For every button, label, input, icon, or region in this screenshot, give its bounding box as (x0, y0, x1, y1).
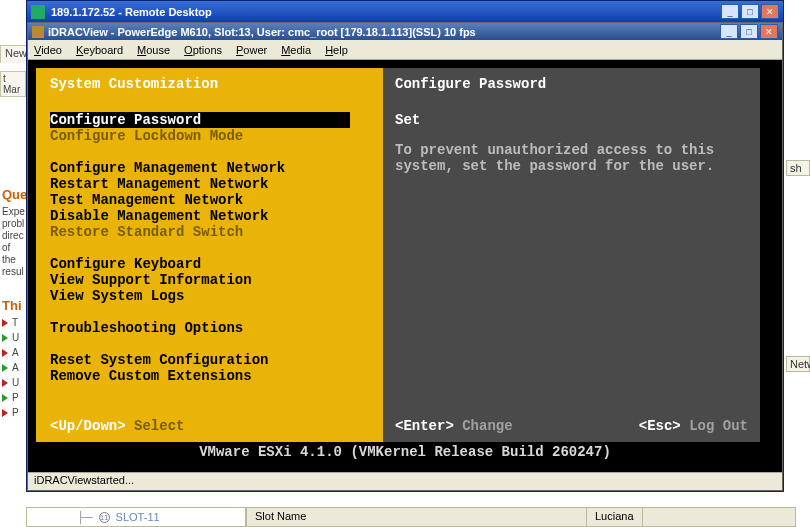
right-panel-title: Configure Password (395, 76, 748, 92)
grid-header: Slot Name Luciana (246, 507, 796, 527)
menu-mouse[interactable]: Mouse (137, 44, 170, 56)
idrac-close-button[interactable]: ✕ (760, 24, 778, 39)
bg-tab-sh: sh (786, 160, 810, 176)
bg-tab-netw: Netw (786, 356, 810, 372)
background-right-fragment: sh Netw (786, 160, 810, 527)
menu-item-remove-custom-extensions[interactable]: Remove Custom Extensions (50, 368, 373, 384)
arrow-icon (2, 379, 8, 387)
arrow-icon (2, 334, 8, 342)
select-action-hint: Select (134, 418, 184, 434)
menu-item-view-support-information[interactable]: View Support Information (50, 272, 373, 288)
menu-item-view-system-logs[interactable]: View System Logs (50, 288, 373, 304)
enter-key-hint: <Enter> (395, 418, 454, 434)
bg-row-letter: U (12, 332, 19, 343)
menu-item-configure-password[interactable]: Configure Password (50, 112, 350, 128)
arrow-icon (2, 409, 8, 417)
menu-power[interactable]: Power (236, 44, 267, 56)
rdp-title-text: 189.1.172.52 - Remote Desktop (51, 6, 715, 18)
arrow-icon (2, 394, 8, 402)
menu-item-configure-lockdown-mode: Configure Lockdown Mode (50, 128, 373, 144)
right-footer: <Enter> Change <Esc> Log Out (395, 418, 748, 434)
idrac-window: iDRACView - PowerEdge M610, Slot:13, Use… (27, 22, 783, 491)
left-footer: <Up/Down> Select (50, 418, 373, 434)
idrac-icon (32, 26, 44, 38)
background-left-fragment: t Mar Que Expe probl direc of the resul … (0, 60, 26, 422)
rdp-icon (31, 5, 45, 19)
tree-node-number: 11 (99, 512, 110, 523)
menu-item-reset-system-configuration[interactable]: Reset System Configuration (50, 352, 373, 368)
arrow-icon (2, 349, 8, 357)
menu-item-disable-management-network[interactable]: Disable Management Network (50, 208, 373, 224)
idrac-title-text: iDRACView - PowerEdge M610, Slot:13, Use… (48, 26, 716, 38)
console-area[interactable]: System Customization Configure PasswordC… (28, 60, 782, 472)
bg-row-letter: A (12, 347, 19, 358)
rdp-minimize-button[interactable]: _ (721, 4, 739, 19)
menu-keyboard[interactable]: Keyboard (76, 44, 123, 56)
menu-item-test-management-network[interactable]: Test Management Network (50, 192, 373, 208)
bg-heading-que: Que (2, 187, 26, 202)
rdp-window: 189.1.172.52 - Remote Desktop _ □ ✕ iDRA… (26, 0, 784, 492)
menu-options[interactable]: Options (184, 44, 222, 56)
left-panel-title: System Customization (50, 76, 373, 92)
tree-node[interactable]: ├─ 11 SLOT-11 (26, 507, 246, 527)
tree-node-label: SLOT-11 (116, 511, 160, 523)
detail-title: Set (395, 112, 748, 128)
menu-item-configure-keyboard[interactable]: Configure Keyboard (50, 256, 373, 272)
idrac-statusbar: iDRACViewstarted... (28, 472, 782, 490)
bottom-fragment: ├─ 11 SLOT-11 Slot Name Luciana (26, 507, 796, 527)
idrac-titlebar[interactable]: iDRACView - PowerEdge M610, Slot:13, Use… (28, 23, 782, 40)
bg-row-letter: U (12, 377, 19, 388)
left-panel: System Customization Configure PasswordC… (36, 68, 383, 442)
grid-col-slotname[interactable]: Slot Name (247, 508, 587, 526)
grid-col-luciana[interactable]: Luciana (587, 508, 643, 526)
rdp-maximize-button[interactable]: □ (741, 4, 759, 19)
bg-heading-thi: Thi (2, 298, 26, 313)
arrow-icon (2, 364, 8, 372)
idrac-maximize-button[interactable]: □ (740, 24, 758, 39)
right-panel: Configure Password Set To prevent unauth… (383, 68, 760, 442)
rdp-close-button[interactable]: ✕ (761, 4, 779, 19)
menu-item-restore-standard-switch: Restore Standard Switch (50, 224, 373, 240)
idrac-minimize-button[interactable]: _ (720, 24, 738, 39)
bg-row-letter: P (12, 407, 19, 418)
change-action-hint: Change (462, 418, 512, 434)
vmware-version-line: VMware ESXi 4.1.0 (VMKernel Release Buil… (36, 442, 774, 464)
detail-body: To prevent unauthorized access to this s… (395, 142, 748, 174)
arrow-icon (2, 319, 8, 327)
bg-row-letter: T (12, 317, 18, 328)
esc-key-hint: <Esc> (639, 418, 681, 434)
bg-row-letter: P (12, 392, 19, 403)
bg-row-letter: A (12, 362, 19, 373)
rdp-titlebar[interactable]: 189.1.172.52 - Remote Desktop _ □ ✕ (27, 1, 783, 22)
menu-item-troubleshooting-options[interactable]: Troubleshooting Options (50, 320, 373, 336)
bg-para: Expe probl direc of the resul (2, 206, 26, 278)
bg-tab-left: t Mar (0, 71, 26, 97)
menubar[interactable]: VideoKeyboardMouseOptionsPowerMediaHelp (28, 40, 782, 60)
updown-key-hint: <Up/Down> (50, 418, 126, 434)
logout-action-hint: Log Out (689, 418, 748, 434)
menu-item-restart-management-network[interactable]: Restart Management Network (50, 176, 373, 192)
menu-help[interactable]: Help (325, 44, 348, 56)
menu-item-configure-management-network[interactable]: Configure Management Network (50, 160, 373, 176)
menu-media[interactable]: Media (281, 44, 311, 56)
menu-video[interactable]: Video (34, 44, 62, 56)
